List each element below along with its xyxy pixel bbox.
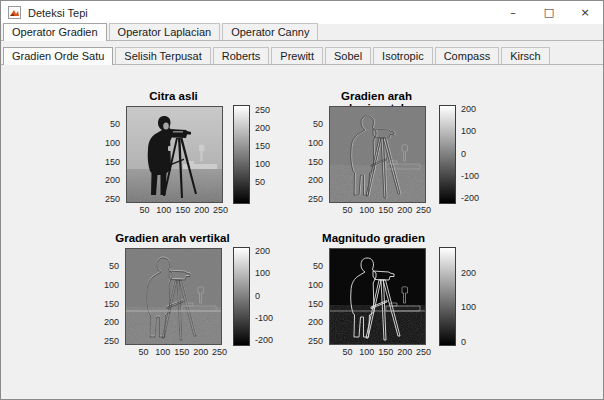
tab-kirsch[interactable]: Kirsch — [501, 47, 550, 64]
x-axis-ticks: 50 100 150 200 250 — [125, 346, 222, 357]
image-citra-asli — [126, 106, 223, 203]
tab-operator-canny[interactable]: Operator Canny — [222, 23, 318, 40]
tab-gradien-orde-satu[interactable]: Gradien Orde Satu — [3, 47, 113, 65]
maximize-icon: □ — [544, 7, 554, 18]
minimize-icon: – — [510, 7, 516, 18]
title-bar: Deteksi Tepi – □ × — [1, 1, 603, 24]
colorbar — [233, 247, 250, 346]
tab-prewitt[interactable]: Prewitt — [271, 47, 323, 64]
tab-roberts[interactable]: Roberts — [213, 47, 270, 64]
minimize-button[interactable]: – — [495, 1, 531, 24]
tab-sobel[interactable]: Sobel — [325, 47, 371, 64]
close-icon: × — [580, 7, 589, 18]
colorbar — [439, 105, 456, 204]
subplot-title: Citra asli — [111, 90, 236, 102]
image-gradien-horizontal — [329, 106, 426, 203]
y-axis-ticks: 50 100 150 200 250 — [99, 106, 123, 201]
tab-operator-laplacian[interactable]: Operator Laplacian — [109, 23, 221, 40]
maximize-button[interactable]: □ — [531, 1, 567, 24]
app-window: Deteksi Tepi – □ × Operator Gradien Oper… — [0, 0, 604, 400]
primary-tabstrip: Operator Gradien Operator Laplacian Oper… — [1, 24, 603, 41]
subplot-title: Magnitudo gradien — [311, 232, 436, 244]
x-axis-ticks: 50 100 150 200 250 — [329, 346, 426, 357]
tab-compass[interactable]: Compass — [435, 47, 499, 64]
x-axis-ticks: 50 100 150 200 250 — [126, 204, 223, 215]
window-title: Deteksi Tepi — [28, 7, 88, 19]
close-button[interactable]: × — [567, 1, 603, 24]
colorbar — [233, 105, 250, 204]
colorbar-ticks: 200 100 0 -100 -200 — [251, 247, 283, 344]
x-axis-ticks: 50 100 150 200 250 — [329, 204, 426, 215]
y-axis-ticks: 50 100 150 200 250 — [98, 248, 122, 343]
tab-selisih-terpusat[interactable]: Selisih Terpusat — [115, 47, 210, 64]
tab-operator-gradien[interactable]: Operator Gradien — [3, 23, 107, 41]
image-magnitudo-gradien — [329, 248, 426, 345]
subplot-title: Gradien arah vertikal — [110, 232, 235, 244]
colorbar-ticks: 200 100 0 -100 -200 — [457, 105, 489, 202]
caption-buttons: – □ × — [495, 1, 603, 24]
secondary-tabstrip: Gradien Orde Satu Selisih Terpusat Rober… — [1, 45, 603, 65]
colorbar — [439, 247, 456, 346]
image-gradien-vertikal — [125, 248, 222, 345]
y-axis-ticks: 50 100 150 200 250 — [302, 106, 326, 201]
app-icon — [8, 6, 21, 19]
colorbar-ticks: 200 100 0 — [457, 247, 489, 344]
figure-panel: Citra asli 50 100 150 200 250 50 100 150 — [1, 65, 603, 399]
tab-isotropic[interactable]: Isotropic — [373, 47, 433, 64]
y-axis-ticks: 50 100 150 200 250 — [302, 248, 326, 343]
colorbar-ticks: 250 200 150 100 50 — [251, 105, 283, 202]
